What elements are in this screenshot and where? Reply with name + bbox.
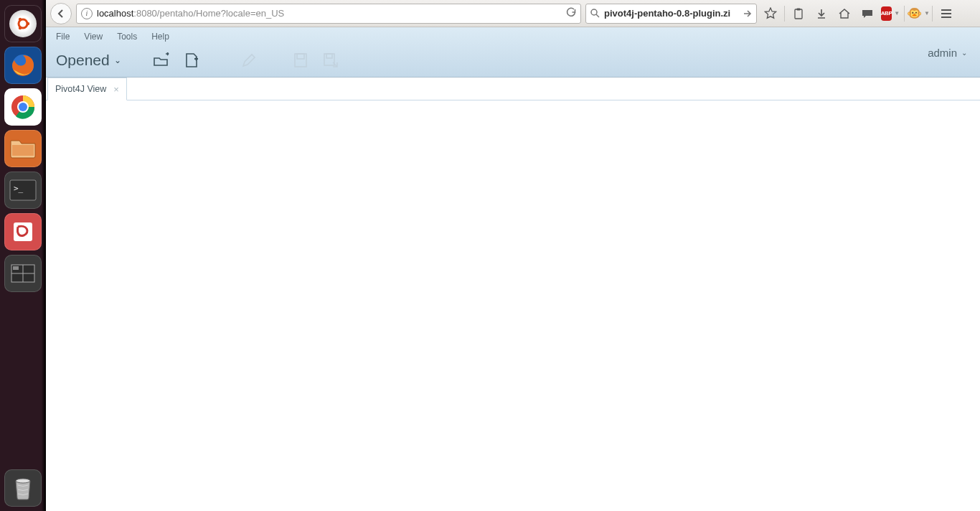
save-as-icon — [323, 52, 339, 68]
svg-point-4 — [19, 27, 22, 29]
launcher-terminal[interactable]: >_ — [4, 172, 42, 209]
svg-line-19 — [596, 14, 599, 17]
download-icon — [816, 8, 827, 19]
search-text: pivot4j-pentaho-0.8-plugin.zi — [604, 8, 730, 19]
pencil-icon — [241, 52, 257, 68]
svg-point-18 — [591, 9, 597, 15]
firefox-icon — [9, 51, 37, 80]
save-button — [292, 52, 309, 69]
pentaho-header: File View Tools Help Opened ⌄ — [46, 27, 980, 78]
downloads-button[interactable] — [812, 4, 831, 23]
close-icon[interactable]: × — [113, 84, 119, 95]
menu-view[interactable]: View — [84, 32, 103, 42]
star-icon — [764, 7, 777, 20]
trash-icon — [12, 475, 34, 501]
new-icon — [184, 52, 199, 68]
svg-rect-27 — [324, 54, 334, 65]
workspace-icon — [11, 264, 35, 283]
pentaho-tab-strip: Pivot4J View × — [46, 78, 980, 100]
bookmark-star-button[interactable] — [761, 4, 780, 23]
ubuntu-icon — [14, 14, 32, 33]
firefox-toolbar: i localhost:8080/pentaho/Home?locale=en_… — [46, 0, 980, 27]
home-icon — [838, 8, 851, 19]
browser-window: i localhost:8080/pentaho/Home?locale=en_… — [46, 0, 980, 511]
clipboard-icon — [793, 7, 804, 20]
chevron-down-icon: ⌄ — [961, 48, 967, 56]
url-bar[interactable]: i localhost:8080/pentaho/Home?locale=en_… — [76, 4, 581, 24]
go-icon[interactable] — [743, 9, 752, 18]
search-bar[interactable]: pivot4j-pentaho-0.8-plugin.zi — [585, 4, 757, 24]
pentaho-content — [46, 100, 980, 511]
svg-rect-16 — [13, 266, 19, 270]
save-icon — [293, 52, 308, 68]
launcher-firefox[interactable] — [4, 47, 42, 84]
svg-point-2 — [27, 22, 29, 25]
launcher-trash[interactable] — [4, 469, 42, 507]
terminal-icon: >_ — [9, 179, 37, 202]
menu-tools[interactable]: Tools — [117, 32, 137, 42]
back-button[interactable] — [50, 3, 72, 24]
perspective-dropdown[interactable]: Opened ⌄ — [56, 52, 121, 69]
url-text: localhost:8080/pentaho/Home?locale=en_US — [97, 8, 284, 19]
chevron-down-icon: ⌄ — [114, 55, 121, 65]
perspective-label: Opened — [56, 52, 110, 69]
abp-icon: ABP — [881, 6, 892, 21]
svg-rect-28 — [326, 54, 332, 58]
save-as-button — [322, 52, 339, 69]
menu-button[interactable] — [937, 4, 956, 23]
svg-rect-26 — [297, 54, 304, 59]
chevron-down-icon: ▼ — [894, 10, 900, 17]
edit-button — [240, 52, 258, 69]
hamburger-icon — [941, 9, 952, 19]
adblock-button[interactable]: ABP ▼ — [881, 4, 900, 23]
svg-rect-9 — [12, 145, 34, 156]
chat-icon — [861, 8, 874, 19]
open-button[interactable] — [153, 52, 170, 69]
new-button[interactable] — [183, 52, 200, 69]
library-button[interactable] — [789, 4, 808, 23]
chevron-down-icon: ▼ — [924, 10, 930, 17]
chrome-icon — [9, 93, 37, 121]
launcher-reader[interactable] — [4, 213, 42, 250]
launcher-workspace[interactable] — [4, 255, 42, 292]
user-label: admin — [928, 46, 957, 58]
search-icon — [590, 9, 600, 18]
launcher-dash[interactable] — [4, 5, 42, 42]
tab-pivot4j[interactable]: Pivot4J View × — [47, 78, 127, 100]
home-button[interactable] — [835, 4, 854, 23]
back-icon — [56, 9, 66, 19]
chat-button[interactable] — [858, 4, 877, 23]
reader-icon — [11, 220, 35, 244]
launcher-chrome[interactable] — [4, 88, 42, 126]
svg-point-8 — [19, 103, 27, 111]
open-icon — [153, 52, 170, 68]
pentaho-toolbar: Opened ⌄ — [46, 42, 980, 77]
menu-file[interactable]: File — [56, 32, 70, 42]
tab-label: Pivot4J View — [55, 84, 106, 94]
greasemonkey-button[interactable]: 🐵 ▼ — [909, 4, 928, 23]
user-menu[interactable]: admin ⌄ — [928, 46, 967, 58]
menu-help[interactable]: Help — [151, 32, 169, 42]
reload-icon[interactable] — [566, 7, 576, 19]
monkey-icon: 🐵 — [907, 6, 922, 21]
svg-point-17 — [16, 479, 30, 483]
svg-rect-21 — [797, 8, 801, 10]
unity-launcher: >_ — [0, 0, 46, 511]
folder-icon — [9, 138, 37, 159]
svg-text:>_: >_ — [14, 184, 24, 193]
svg-rect-12 — [14, 222, 32, 241]
svg-rect-20 — [795, 9, 802, 19]
pentaho-menu-bar: File View Tools Help — [46, 27, 980, 42]
svg-point-3 — [19, 18, 22, 21]
pentaho-app: File View Tools Help Opened ⌄ — [46, 27, 980, 511]
info-icon[interactable]: i — [81, 8, 93, 19]
launcher-files[interactable] — [4, 130, 42, 167]
